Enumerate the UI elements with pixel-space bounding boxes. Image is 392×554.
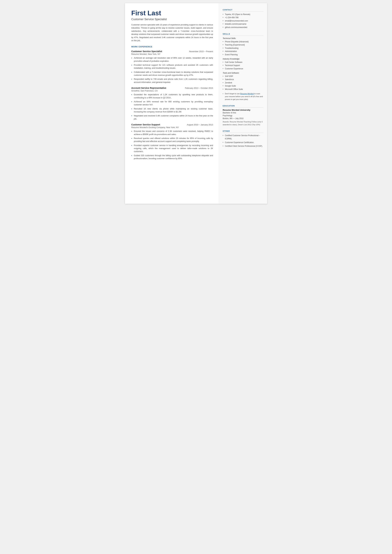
other-list: Certified Customer Service Professional … xyxy=(223,134,263,148)
list-item: email@resumeworded.com xyxy=(223,19,263,22)
tools-skills-list: SAP ERP Salesforce Zendesk Google Suite … xyxy=(223,75,263,91)
work-experience-label: WORK EXPERIENCE xyxy=(131,46,213,48)
list-item: Google Suite xyxy=(223,84,263,87)
list-item: Exceeded the expectations of 1.2K custom… xyxy=(131,93,213,99)
job-block-3: Customer Service Support August 2010 – J… xyxy=(131,123,213,160)
list-item: Collaborated with a 7-member cross-funct… xyxy=(131,71,213,77)
list-item: Customer Experience xyxy=(223,67,263,70)
list-item: Achieved an 84% renewal rate for 800 exi… xyxy=(131,100,213,106)
contact-list: Topeka, KS (Open to Remote) +1-234-456-7… xyxy=(223,13,263,29)
edu-location-date: Boston, MA — July 2010 xyxy=(223,117,244,119)
left-column: First Last Customer Service Specialist C… xyxy=(125,3,219,204)
list-item: Teaching (Experienced) xyxy=(223,43,263,46)
list-item: Ensured the issues and concerns of 2.3K … xyxy=(131,130,213,136)
list-item: Provided technical support for 121 softw… xyxy=(131,64,213,70)
list-item: Topeka, KS (Open to Remote) xyxy=(223,13,263,16)
job-header-3: Customer Service Support August 2010 – J… xyxy=(131,123,213,126)
technical-skills-list: Phone Etiquette (Advanced) Teaching (Exp… xyxy=(223,40,263,56)
job-dates-2: February 2013 – October 2015 xyxy=(185,87,213,89)
edu-degree-name: Bachelor of Arts xyxy=(223,112,236,114)
skills-label: SKILLS xyxy=(223,33,263,36)
edu-awards: Awards: Resume Worded Teaching Fellow (o… xyxy=(223,120,263,126)
industry-skills-label: Industry Knowledge: xyxy=(223,58,263,60)
job-header-2: Account Service Representative February … xyxy=(131,87,213,89)
resume-worded-link[interactable]: Resume Worded xyxy=(240,93,254,95)
list-item: linkedin.com/in/username xyxy=(223,22,263,26)
skills-section: SKILLS Technical Skills: Phone Etiquette… xyxy=(223,33,263,101)
job-company-3: Resume Worded's Exciting Company, New Yo… xyxy=(131,126,213,129)
list-item: SAP ERP xyxy=(223,75,263,78)
name: First Last xyxy=(131,9,213,17)
industry-skills-list: Call Center Software Technical Support C… xyxy=(223,61,263,70)
job-bullets-2: Exceeded the expectations of 1.2K custom… xyxy=(131,93,213,120)
edu-field: Psychology xyxy=(223,114,232,117)
other-section: OTHER Certified Customer Service Profess… xyxy=(223,130,263,148)
job-company-1: Resume Worded, New York, NY xyxy=(131,53,213,55)
job-dates-3: August 2010 – January 2013 xyxy=(187,124,213,126)
job-title-1: Customer Service Specialist xyxy=(131,50,162,53)
other-label: OTHER xyxy=(223,130,263,133)
list-item: Call Center Software xyxy=(223,61,263,64)
job-dates-1: November 2015 – Present xyxy=(189,50,213,53)
job-header-1: Customer Service Specialist November 201… xyxy=(131,50,213,53)
list-item: Negotiated and resolved 3.4K customer co… xyxy=(131,114,213,120)
summary: Customer service specialist with 10 year… xyxy=(131,23,213,42)
resume-worded-note: Don't forget to use Resume Worded to sca… xyxy=(223,92,263,101)
job-title-2: Account Service Representative xyxy=(131,87,166,89)
education-section: EDUCATION Resume Worded University Bache… xyxy=(223,105,263,126)
list-item: Microsoft Office Suite xyxy=(223,88,263,91)
job-bullets-1: Achieved an average call resolution rate… xyxy=(131,56,213,84)
list-item: Recruited 1K new clients via phone while… xyxy=(131,107,213,113)
job-title-3: Customer Service Support xyxy=(131,123,160,126)
resume-page: First Last Customer Service Specialist C… xyxy=(125,3,267,204)
list-item: Achieved an average call resolution rate… xyxy=(131,56,213,63)
list-item: Zendesk xyxy=(223,81,263,84)
list-item: Customer Experience Certification. xyxy=(223,141,263,144)
contact-section: CONTACT Topeka, KS (Open to Remote) +1-2… xyxy=(223,9,263,29)
edu-degree: Bachelor of Arts Psychology Boston, MA —… xyxy=(223,111,263,120)
job-bullets-3: Ensured the issues and concerns of 2.3K … xyxy=(131,130,213,160)
job-block-2: Account Service Representative February … xyxy=(131,87,213,120)
resume-worded-note-prefix: Don't forget to use xyxy=(225,93,240,95)
list-item: Troubleshooting xyxy=(223,47,263,50)
list-item: github.com/resumeworded xyxy=(223,26,263,29)
technical-skills-label: Technical Skills: xyxy=(223,37,263,40)
list-item: +1-234-456-789 xyxy=(223,16,263,19)
contact-label: CONTACT xyxy=(223,9,263,12)
education-label: EDUCATION xyxy=(223,105,263,108)
edu-school: Resume Worded University xyxy=(223,109,263,111)
list-item: Event Planning xyxy=(223,53,263,56)
list-item: Certified Customer Service Professional … xyxy=(223,134,263,140)
tools-skills-label: Tools and Software: xyxy=(223,72,263,74)
right-column: CONTACT Topeka, KS (Open to Remote) +1-2… xyxy=(219,3,267,204)
job-company-2: Growthsi, San Francisco, CA xyxy=(131,90,213,92)
job-title: Customer Service Specialist xyxy=(131,18,213,21)
list-item: Administration xyxy=(223,50,263,53)
list-item: Provided superior customer service in ha… xyxy=(131,144,213,153)
list-item: Guided 320 customers through the billing… xyxy=(131,154,213,160)
list-item: Technical Support xyxy=(223,64,263,67)
list-item: Responded swiftly to 739 emails and phon… xyxy=(131,78,213,84)
job-block-1: Customer Service Specialist November 201… xyxy=(131,50,213,84)
list-item: Resolved queries and offered solutions w… xyxy=(131,137,213,143)
list-item: Certified Client Service Professional (C… xyxy=(223,145,263,148)
list-item: Phone Etiquette (Advanced) xyxy=(223,40,263,43)
list-item: Salesforce xyxy=(223,78,263,81)
